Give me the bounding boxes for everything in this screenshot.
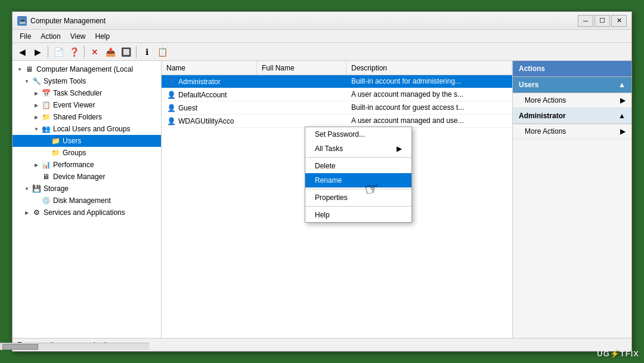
properties-button[interactable]: 📄 xyxy=(51,45,66,59)
ctx-delete[interactable]: Delete xyxy=(305,159,411,173)
col-header-fullname[interactable]: Full Name xyxy=(257,61,346,75)
cell-desc-default: A user account managed by the s... xyxy=(346,88,512,101)
menu-help[interactable]: Help xyxy=(91,31,115,42)
guest-name: Guest xyxy=(178,104,197,112)
center-panel: Name Full Name Description 👤 Administrat… xyxy=(162,61,512,338)
tree-groups[interactable]: 📁 Groups xyxy=(13,147,161,159)
col-header-description[interactable]: Description xyxy=(346,61,512,75)
device-manager-icon: 🖥 xyxy=(41,172,51,182)
more-actions-users-arrow: ▶ xyxy=(620,96,626,104)
info-button[interactable]: ℹ xyxy=(140,45,154,59)
users-label: Users xyxy=(63,137,81,145)
close-button[interactable]: ✕ xyxy=(611,15,627,27)
window-icon: 💻 xyxy=(17,16,27,26)
tree-users[interactable]: 📁 Users xyxy=(13,135,161,147)
table-row[interactable]: 👤 WDAGUtilityAcco A user account managed… xyxy=(162,115,512,128)
more-actions-admin-label: More Actions xyxy=(525,127,566,136)
tree-performance[interactable]: ▶ 📊 Performance xyxy=(13,159,161,171)
tree-services-apps[interactable]: ▶ ⚙ Services and Applications xyxy=(13,207,161,219)
tree-storage[interactable]: ▼ 💾 Storage xyxy=(13,183,161,195)
ctx-set-password-label: Set Password... xyxy=(315,130,365,139)
icon-view-button[interactable]: 🔲 xyxy=(119,45,133,59)
table-row[interactable]: 👤 Administrator Built-in account for adm… xyxy=(162,75,512,88)
menu-bar: File Action View Help xyxy=(13,30,631,43)
tree-event-viewer[interactable]: ▶ 📋 Event Viewer xyxy=(13,99,161,111)
local-users-label: Local Users and Groups xyxy=(53,125,130,133)
ctx-rename[interactable]: Rename xyxy=(305,173,411,187)
user-icon-admin: 👤 xyxy=(166,77,176,87)
table-row[interactable]: 👤 Guest Built-in account for guest acces… xyxy=(162,101,512,115)
toolbar-sep-1 xyxy=(48,46,48,58)
back-button[interactable]: ◀ xyxy=(15,45,29,59)
tree-device-manager[interactable]: 🖥 Device Manager xyxy=(13,171,161,183)
tree-shared-folders[interactable]: ▶ 📁 Shared Folders xyxy=(13,111,161,123)
actions-more-admin[interactable]: More Actions ▶ xyxy=(513,124,631,139)
tree-root[interactable]: ▼ 🖥 Computer Management (Local xyxy=(13,63,161,75)
ctx-set-password[interactable]: Set Password... xyxy=(305,127,411,141)
groups-expander xyxy=(41,148,51,158)
tree-disk-management[interactable]: 💿 Disk Management xyxy=(13,195,161,207)
root-expander: ▼ xyxy=(15,64,24,74)
forward-button[interactable]: ▶ xyxy=(30,45,45,59)
sa-expander: ▶ xyxy=(22,208,32,217)
ctx-all-tasks-arrow: ▶ xyxy=(397,144,402,153)
ctx-properties[interactable]: Properties xyxy=(305,190,411,205)
cell-name-guest: 👤 Guest xyxy=(162,101,257,114)
toolbar: ◀ ▶ 📄 ❓ ✕ 📤 🔲 ℹ 📋 xyxy=(13,43,631,61)
default-name: DefaultAccount xyxy=(178,91,227,99)
shared-folders-label: Shared Folders xyxy=(53,113,102,121)
ctx-all-tasks[interactable]: All Tasks ▶ xyxy=(305,141,411,156)
ev-expander: ▶ xyxy=(32,100,41,110)
window-title: Computer Management xyxy=(30,17,578,25)
delete-toolbar-button[interactable]: ✕ xyxy=(88,45,102,59)
actions-admin-label: Administrator xyxy=(519,112,566,120)
cell-desc-admin: Built-in account for administering... xyxy=(346,75,512,88)
ctx-properties-label: Properties xyxy=(315,193,348,202)
disk-management-label: Disk Management xyxy=(53,196,111,205)
horizontal-scrollbar[interactable] xyxy=(0,343,149,350)
groups-folder-icon: 📁 xyxy=(51,148,60,158)
minimize-button[interactable]: ─ xyxy=(578,15,593,27)
lu-expander: ▼ xyxy=(32,124,41,134)
storage-expander: ▼ xyxy=(22,184,32,193)
performance-label: Performance xyxy=(53,161,94,169)
ctx-help[interactable]: Help xyxy=(305,208,411,222)
maximize-button[interactable]: ☐ xyxy=(595,15,610,27)
tree-local-users[interactable]: ▼ 👥 Local Users and Groups xyxy=(13,123,161,135)
table-row[interactable]: 👤 DefaultAccount A user account managed … xyxy=(162,88,512,101)
ctx-all-tasks-label: All Tasks xyxy=(315,144,343,153)
toolbar-sep-2 xyxy=(84,46,85,58)
watermark-highlight: ⚡ xyxy=(610,349,620,358)
menu-view[interactable]: View xyxy=(66,31,91,42)
scrollbar-thumb[interactable] xyxy=(2,344,38,350)
task-scheduler-label: Task Scheduler xyxy=(53,89,102,97)
actions-more-users[interactable]: More Actions ▶ xyxy=(513,93,631,108)
actions-admin-header[interactable]: Administrator ▲ xyxy=(513,108,631,124)
export-button[interactable]: 📤 xyxy=(103,45,117,59)
cell-desc-wdag: A user account managed and use... xyxy=(346,115,512,127)
menu-action[interactable]: Action xyxy=(36,31,65,42)
actions-users-label: Users xyxy=(519,81,538,89)
user-icon-guest: 👤 xyxy=(166,103,176,113)
main-content: ▼ 🖥 Computer Management (Local ▼ 🔧 Syste… xyxy=(13,61,631,338)
diskm-expander xyxy=(32,196,41,205)
cell-name-admin: 👤 Administrator xyxy=(162,75,257,88)
table-header: Name Full Name Description xyxy=(162,61,512,75)
actions-header: Actions xyxy=(513,61,631,77)
actions-users-header[interactable]: Users ▲ xyxy=(513,77,631,93)
ctx-sep-3 xyxy=(305,206,411,207)
system-tools-label: System Tools xyxy=(44,77,86,85)
help-toolbar-button[interactable]: ❓ xyxy=(67,45,81,59)
menu-file[interactable]: File xyxy=(15,31,36,42)
toolbar-sep-3 xyxy=(136,46,137,58)
user-icon-default: 👤 xyxy=(166,90,176,100)
perf-expander: ▶ xyxy=(32,160,41,170)
tree-task-scheduler[interactable]: ▶ 📅 Task Scheduler xyxy=(13,87,161,99)
list-button[interactable]: 📋 xyxy=(155,45,169,59)
tree-system-tools[interactable]: ▼ 🔧 System Tools xyxy=(13,75,161,87)
local-users-icon: 👥 xyxy=(41,124,51,134)
root-label: Computer Management (Local xyxy=(36,65,133,73)
more-actions-users-label: More Actions xyxy=(525,96,566,104)
actions-panel: Actions Users ▲ More Actions ▶ Administr… xyxy=(512,61,631,338)
col-header-name[interactable]: Name xyxy=(162,61,257,75)
